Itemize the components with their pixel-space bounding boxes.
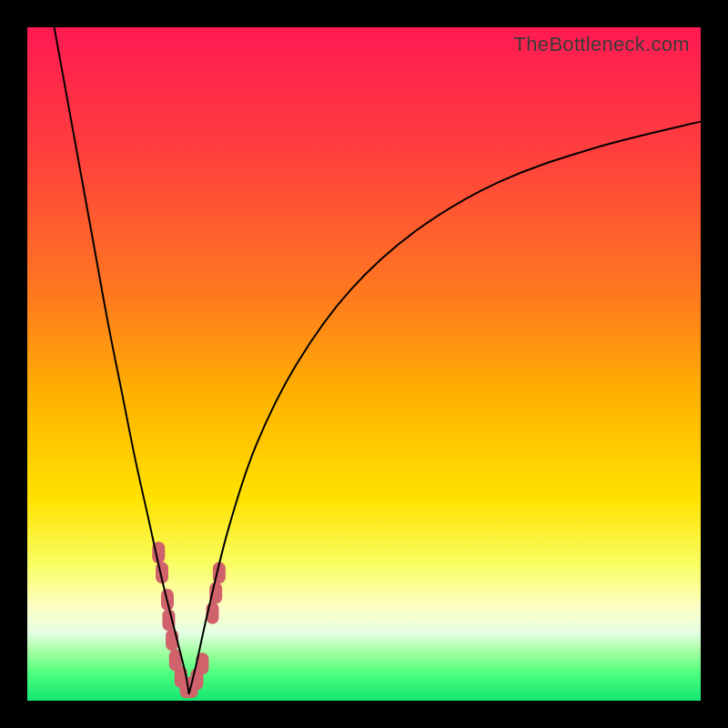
chart-svg — [27, 27, 701, 701]
marker-layer — [152, 541, 226, 698]
chart-frame: TheBottleneck.com — [0, 0, 728, 728]
plot-area: TheBottleneck.com — [27, 27, 701, 701]
curve-right-branch — [189, 122, 701, 694]
